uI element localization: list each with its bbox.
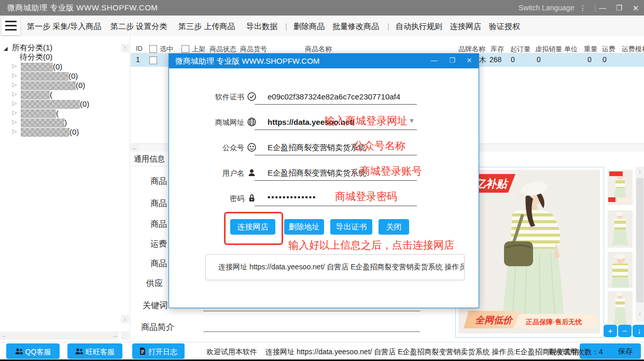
tree-item-masked[interactable]: (0) xyxy=(21,81,85,90)
tree-item-all-categories[interactable]: 所有分类(1) xyxy=(12,43,52,53)
close-icon[interactable]: ✕ xyxy=(464,56,475,64)
row-select-checkbox[interactable] xyxy=(149,56,157,64)
tree-item-masked[interactable]: ( xyxy=(21,109,59,118)
open-log-button[interactable]: 打开日志 xyxy=(132,343,185,359)
menu-separator: | xyxy=(387,22,389,31)
menu-item-auto-rules[interactable]: 自动执行规则 xyxy=(396,22,442,32)
dialog-titlebar: 微商城助理 专业版 WWW.SHOPFW.COM — ❐ ✕ xyxy=(169,54,479,68)
app-window: 微商城助理 专业版 WWW.SHOPFW.COM Switch Language… xyxy=(0,0,644,361)
scroll-left-icon[interactable]: ← xyxy=(131,144,139,152)
close-icon[interactable]: ✕ xyxy=(629,4,642,13)
scrollbar-thumb[interactable] xyxy=(636,178,643,302)
censored-text xyxy=(21,128,69,137)
menu-separator: | xyxy=(285,22,287,31)
menu-item-connect-shop[interactable]: 连接网店 xyxy=(450,22,481,32)
col-header-id[interactable]: ID xyxy=(136,45,143,52)
menu-item-verify-auth[interactable]: 验证授权 xyxy=(489,22,520,32)
keywords-input[interactable] xyxy=(203,311,420,311)
field-label-description: 商品简介 xyxy=(141,322,174,333)
menu-item-step3[interactable]: 第三步 上传商品 xyxy=(178,22,235,32)
scroll-up-icon[interactable]: ↑ xyxy=(121,44,129,52)
minimize-icon[interactable]: — xyxy=(596,4,609,12)
certificate-value[interactable]: e09c02f387324e82a6c7ce2307710af4 xyxy=(268,92,400,101)
tree-item-masked[interactable]: ( xyxy=(21,90,52,99)
tree-item-masked[interactable]: (0) xyxy=(21,99,89,109)
tree-collapse-icon[interactable]: ▷ xyxy=(12,91,17,97)
menu-item-delete[interactable]: 删除商品 xyxy=(293,22,325,32)
tree-expand-icon[interactable]: ◢ xyxy=(4,46,8,51)
tree-collapse-icon[interactable]: ▷ xyxy=(12,63,17,69)
field-label: 商品 xyxy=(150,176,167,187)
minimize-icon[interactable]: — xyxy=(428,56,440,64)
product-thumbnail[interactable] xyxy=(608,170,633,205)
guarantee-text: 正品保障·售后无忧 xyxy=(525,318,582,326)
censored-text xyxy=(21,81,76,90)
username-value[interactable]: E企盈招商裂变营销卖货系统 xyxy=(268,168,366,178)
tree-collapse-icon[interactable]: ▷ xyxy=(12,81,17,88)
tree-collapse-icon[interactable]: ▷ xyxy=(12,100,17,107)
hamburger-menu-icon[interactable] xyxy=(2,17,20,35)
tree-item-unclassified[interactable]: 待分类(0) xyxy=(20,52,52,62)
trial-count-text: 剩余试用次数：4 xyxy=(548,348,603,357)
select-all-checkbox[interactable] xyxy=(149,45,157,53)
tree-item-masked[interactable]: (0) xyxy=(21,62,62,71)
dialog-title: 微商城助理 专业版 WWW.SHOPFW.COM xyxy=(175,56,319,66)
zoom-in-button[interactable]: + xyxy=(604,325,617,337)
connect-shop-button[interactable]: 连接网店 xyxy=(230,219,275,235)
menu-item-batch-edit[interactable]: 批量修改商品 xyxy=(332,22,379,32)
tree-collapse-icon[interactable]: ▷ xyxy=(12,72,17,79)
username-label: 用户名 xyxy=(202,169,244,178)
qq-service-button[interactable]: QQ客服 xyxy=(6,343,60,359)
tab-general-info[interactable]: 通用信息 xyxy=(134,154,165,164)
scroll-up-icon[interactable]: ↑ xyxy=(636,168,644,176)
product-thumbnail[interactable] xyxy=(608,210,633,248)
tree-item-masked[interactable]: ) xyxy=(21,118,67,127)
shop-url-annotation: 输入商城登录网址 xyxy=(325,114,408,128)
horizontal-scrollbar[interactable] xyxy=(8,331,111,340)
tree-item-masked[interactable]: (0) xyxy=(21,127,79,137)
dialog-tip-text: 输入好以上信息之后，点击连接网店 xyxy=(288,238,454,252)
footer-bar: QQ客服 旺旺客服 打开日志 欢迎试用本软件 连接网址 https://data… xyxy=(0,342,644,361)
menu-item-step1[interactable]: 第一步 采集/导入商品 xyxy=(27,22,101,32)
tree-collapse-icon[interactable]: ▷ xyxy=(12,128,17,135)
censored-text xyxy=(21,63,53,71)
scroll-down-icon[interactable]: ↓ xyxy=(636,310,644,318)
password-label: 密码 xyxy=(202,194,244,204)
people-icon xyxy=(15,348,23,355)
row-virtual-sales: 0 xyxy=(537,55,541,64)
menu-item-step2[interactable]: 第二步 设置分类 xyxy=(110,22,167,32)
field-label: 商品 xyxy=(150,258,167,269)
password-value[interactable]: ••••••••••••• xyxy=(268,193,316,201)
product-image[interactable]: 百亿补贴 全网低价 正品保障·售后无忧 xyxy=(458,170,600,334)
description-input[interactable] xyxy=(203,331,420,332)
welcome-text: 欢迎试用本软件 xyxy=(206,348,257,357)
switch-language-button[interactable]: Switch Language xyxy=(519,4,574,12)
product-thumbnail[interactable] xyxy=(608,252,633,288)
tree-collapse-icon[interactable]: ▷ xyxy=(12,119,17,125)
row-freight: 0 xyxy=(603,55,607,64)
scroll-down-icon[interactable]: ↓ xyxy=(121,315,129,323)
delete-address-button[interactable]: 删除地址 xyxy=(284,219,324,235)
export-certificate-button[interactable]: 导出证书 xyxy=(330,219,372,235)
maximize-icon[interactable]: ❐ xyxy=(613,4,625,12)
wangwang-service-button[interactable]: 旺旺客服 xyxy=(67,343,122,359)
official-account-icon xyxy=(247,143,256,152)
zoom-out-button[interactable]: − xyxy=(618,325,632,337)
more-options-icon[interactable]: ⋮ xyxy=(577,4,589,12)
maximize-icon[interactable]: ❐ xyxy=(446,56,458,64)
globe-icon xyxy=(247,118,256,126)
menu-item-export[interactable]: 导出数据 xyxy=(246,22,277,32)
shop-url-underline xyxy=(255,129,417,130)
onsale-all-checkbox[interactable] xyxy=(181,45,189,53)
download-image-button[interactable]: ↓ xyxy=(633,325,644,337)
tree-item-masked[interactable]: (0) xyxy=(21,71,78,81)
official-account-value[interactable]: E企盈招商裂变营销卖货系统 xyxy=(268,143,366,153)
row-weight: 0 xyxy=(587,55,592,64)
close-dialog-button[interactable]: 关闭 xyxy=(379,219,409,235)
tree-collapse-icon[interactable]: ▷ xyxy=(12,109,17,116)
certificate-label: 软件证书 xyxy=(202,93,244,102)
scroll-left-icon[interactable]: ← xyxy=(0,331,8,340)
scroll-right-icon[interactable]: → xyxy=(111,331,119,340)
dropdown-caret-icon[interactable]: ▼ xyxy=(409,117,415,124)
window-title: 微商城助理 专业版 WWW.SHOPFW.COM xyxy=(7,3,158,13)
